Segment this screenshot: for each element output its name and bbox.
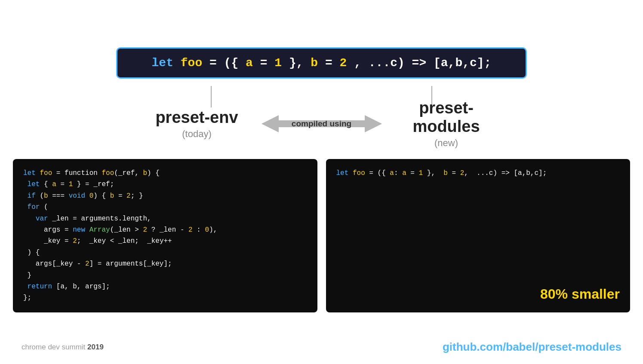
right-code-content: let foo = ({ a: a = 1 }, b = 2, ...c) =>… bbox=[336, 168, 620, 179]
footer-left: chrome dev summit 2019 bbox=[22, 343, 104, 352]
middle-section: preset-env (today) compiled using preset… bbox=[0, 99, 643, 149]
preset-env-main: preset-env bbox=[137, 108, 257, 127]
preset-modules-main: preset-modules bbox=[386, 99, 507, 136]
code-num-2: 2 bbox=[340, 56, 347, 70]
code-assign-2: = bbox=[325, 56, 340, 70]
right-code-panel: let foo = ({ a: a = 1 }, b = 2, ...c) =>… bbox=[326, 159, 631, 312]
code-equals: = ({ bbox=[209, 56, 246, 70]
code-param-b: b bbox=[311, 56, 318, 70]
footer-link-text[interactable]: github.com/babel/preset-modules bbox=[443, 340, 621, 353]
code-comma-1: }, bbox=[289, 56, 311, 70]
code-keyword-let: let bbox=[152, 56, 173, 70]
left-code-panel: let foo = function foo(_ref, b) { let { … bbox=[13, 159, 317, 312]
top-code-text: let foo = ({ a = 1 }, b = 2 , ...c) => [… bbox=[130, 56, 513, 70]
code-num-1: 1 bbox=[274, 56, 282, 70]
preset-env-label: preset-env (today) bbox=[137, 108, 257, 140]
preset-modules-label: preset-modules (new) bbox=[386, 99, 507, 149]
double-arrow: compiled using bbox=[262, 111, 382, 137]
top-code-box: let foo = ({ a = 1 }, b = 2 , ...c) => [… bbox=[116, 47, 527, 79]
smaller-badge: 80% smaller bbox=[540, 286, 620, 302]
code-panels: let foo = function foo(_ref, b) { let { … bbox=[13, 159, 630, 312]
preset-modules-sub: (new) bbox=[386, 138, 507, 149]
code-rest: , ...c) => [a,b,c]; bbox=[354, 56, 491, 70]
slide: let foo = ({ a = 1 }, b = 2 , ...c) => [… bbox=[0, 0, 643, 364]
arrow-container: compiled using bbox=[257, 107, 386, 141]
footer-summit-text: chrome dev summit bbox=[22, 343, 87, 351]
preset-env-sub: (today) bbox=[137, 128, 257, 140]
arrow-label: compiled using bbox=[292, 119, 351, 128]
code-assign-1: = bbox=[260, 56, 275, 70]
left-code-content: let foo = function foo(_ref, b) { let { … bbox=[23, 168, 307, 304]
code-param-a: a bbox=[246, 56, 253, 70]
footer-year: 2019 bbox=[87, 343, 104, 351]
footer: chrome dev summit 2019 github.com/babel/… bbox=[0, 340, 643, 354]
footer-link[interactable]: github.com/babel/preset-modules bbox=[443, 340, 621, 354]
code-var-foo: foo bbox=[181, 56, 202, 70]
